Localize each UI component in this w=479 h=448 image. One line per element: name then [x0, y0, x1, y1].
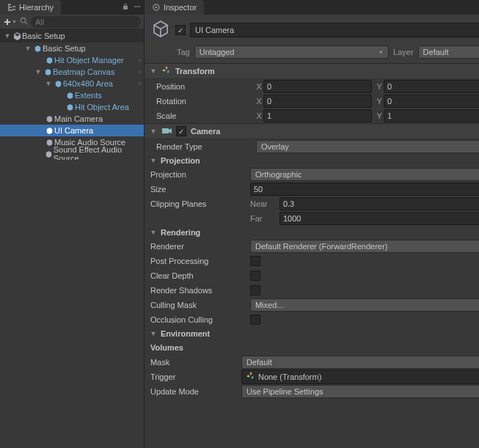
gameobject-icon — [44, 150, 54, 158]
gameobject-icon — [44, 127, 54, 135]
volumes-header: Volumes — [145, 340, 479, 355]
scene-row[interactable]: Basic Setup — [0, 29, 144, 43]
postprocessing-checkbox[interactable] — [250, 256, 260, 266]
chevron-right-icon: › — [136, 56, 141, 64]
scale-property: Scale X Y Z — [145, 109, 479, 123]
unity-logo-icon — [12, 32, 22, 40]
tree-row-hitobjarea[interactable]: Hit Object Area — [0, 101, 144, 113]
far-field[interactable] — [279, 212, 479, 225]
svg-point-2 — [139, 6, 140, 7]
expand-arrow-icon[interactable] — [149, 67, 158, 75]
tree-row-sfxaudio[interactable]: Sound Effect Audio Source — [0, 148, 144, 160]
tree-row-basic-setup[interactable]: Basic Setup — [0, 43, 144, 54]
projection-dropdown[interactable]: Orthographic▼ — [250, 168, 479, 181]
trigger-field[interactable]: None (Transform) — [241, 370, 479, 384]
context-menu-icon[interactable] — [134, 3, 141, 12]
inspector-icon — [152, 3, 161, 12]
environment-header[interactable]: Environment — [145, 327, 479, 340]
gameobject-icon — [44, 115, 54, 123]
scale-y-field[interactable] — [384, 109, 479, 122]
updatemode-property: Update Mode Use Pipeline Settings▼ — [145, 384, 479, 399]
expand-arrow-icon[interactable] — [149, 330, 158, 337]
rendering-header[interactable]: Rendering — [145, 226, 479, 239]
tree-row-beatmap[interactable]: Beatmap Canvas › — [0, 66, 144, 78]
search-input[interactable] — [31, 16, 141, 28]
cleardepth-checkbox[interactable] — [250, 271, 260, 281]
tree-label: Hit Object Manager — [54, 56, 124, 65]
position-x-field[interactable] — [263, 80, 372, 93]
tree-label: Basic Setup — [43, 44, 86, 53]
transform-component-header[interactable]: Transform ? — [145, 63, 479, 79]
tag-dropdown[interactable]: Untagged▼ — [194, 45, 389, 59]
search-icon — [20, 17, 28, 26]
cullingmask-dropdown[interactable]: Mixed...▼ — [250, 298, 479, 312]
scale-label: Scale — [156, 111, 252, 120]
expand-arrow-icon[interactable] — [34, 68, 43, 76]
chevron-down-icon: ▼ — [378, 49, 384, 56]
gameobject-name-field[interactable] — [190, 23, 479, 37]
inspector-body: Static ▼ Tag Untagged▼ Layer Default▼ Tr… — [145, 15, 479, 448]
component-title: Transform — [175, 67, 479, 76]
tree-row-uicam[interactable]: UI Camera — [0, 125, 144, 136]
layer-dropdown[interactable]: Default▼ — [418, 45, 479, 59]
prefab-icon — [65, 92, 75, 100]
scale-x-field[interactable] — [263, 109, 372, 122]
camera-component-header[interactable]: Camera ? — [145, 123, 479, 139]
gameobject-header: Static ▼ — [145, 15, 479, 45]
tree-label: Sound Effect Audio Source — [54, 145, 141, 160]
updatemode-dropdown[interactable]: Use Pipeline Settings▼ — [241, 385, 479, 398]
axis-y-label: Y — [375, 82, 382, 91]
tree-row-extents[interactable]: Extents — [0, 89, 144, 101]
hierarchy-toolbar: ▼ — [0, 15, 144, 29]
mask-dropdown[interactable]: Default▼ — [241, 356, 479, 369]
size-field[interactable] — [250, 183, 479, 196]
tree-row-640x480[interactable]: 640x480 Area › — [0, 78, 144, 89]
inspector-tab-label: Inspector — [164, 3, 197, 12]
rotation-property: Rotation X Y Z — [145, 94, 479, 109]
trigger-property: Trigger None (Transform) — [145, 370, 479, 384]
near-label: Near — [250, 199, 275, 208]
expand-arrow-icon[interactable] — [149, 229, 158, 236]
mask-property: Mask Default▼ — [145, 355, 479, 370]
lock-icon[interactable] — [122, 3, 129, 12]
rendershadows-property: Render Shadows — [145, 283, 479, 298]
near-field[interactable] — [279, 197, 479, 210]
expand-arrow-icon[interactable] — [149, 128, 158, 135]
rendershadows-checkbox[interactable] — [250, 285, 260, 295]
position-label: Position — [156, 82, 252, 91]
camera-enabled-checkbox[interactable] — [176, 126, 186, 136]
prefab-icon — [32, 45, 43, 53]
occlusion-checkbox[interactable] — [250, 315, 260, 325]
prefab-icon — [43, 68, 53, 76]
far-label: Far — [250, 214, 275, 223]
tree-label: Hit Object Area — [75, 103, 129, 111]
clipping-near-property: Clipping Planes Near — [145, 197, 479, 211]
rotation-x-field[interactable] — [263, 95, 372, 108]
inspector-tab[interactable]: Inspector — [145, 0, 204, 15]
tree-label: Extents — [75, 91, 102, 100]
hierarchy-tab[interactable]: Hierarchy — [0, 0, 61, 15]
position-y-field[interactable] — [384, 80, 479, 93]
inspector-panel: Inspector Static ▼ Tag Untagged▼ Layer D… — [145, 0, 479, 448]
tree-row-maincam[interactable]: Main Camera — [0, 113, 144, 125]
gameobject-icon[interactable] — [150, 19, 171, 41]
expand-arrow-icon[interactable] — [149, 157, 158, 164]
expand-arrow-icon[interactable] — [23, 45, 32, 52]
tree-row-hit-obj-mgr[interactable]: Hit Object Manager › — [0, 54, 144, 66]
renderer-property: Renderer Default Renderer (ForwardRender… — [145, 239, 479, 254]
projection-header[interactable]: Projection — [145, 154, 479, 167]
create-button[interactable]: ▼ — [3, 18, 17, 26]
cleardepth-property: Clear Depth — [145, 268, 479, 283]
transform-icon — [246, 372, 255, 382]
chevron-right-icon: › — [136, 80, 141, 87]
expand-arrow-icon[interactable] — [44, 80, 53, 87]
rotation-y-field[interactable] — [384, 95, 479, 108]
hierarchy-tree: Basic Setup Basic Setup Hit Object Manag… — [0, 29, 144, 160]
layer-label: Layer — [393, 48, 414, 56]
render-type-label: Render Type — [156, 142, 252, 151]
axis-x-label: X — [255, 82, 262, 91]
renderer-dropdown[interactable]: Default Renderer (ForwardRenderer)▼ — [250, 240, 479, 253]
active-checkbox[interactable] — [175, 25, 186, 35]
expand-arrow-icon[interactable] — [3, 32, 12, 40]
render-type-dropdown[interactable]: Overlay▼ — [256, 140, 479, 153]
